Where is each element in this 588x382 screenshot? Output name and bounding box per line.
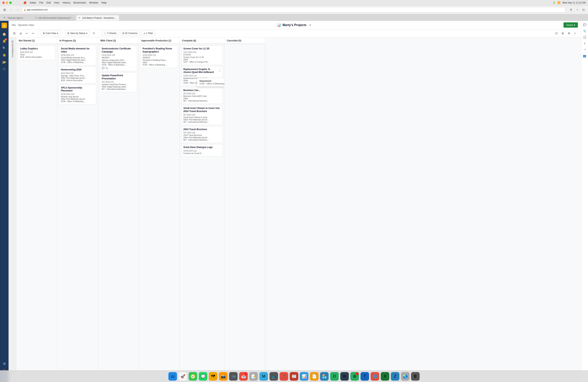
share-button[interactable]: Share ▾ bbox=[564, 22, 578, 28]
dock-zoom[interactable]: Z bbox=[391, 372, 399, 381]
card-screen-cover[interactable]: Screen Cover for LC-25 OCP-2024-101 07/2… bbox=[181, 45, 223, 65]
right-panel-contacts-icon[interactable]: 👥 bbox=[582, 53, 587, 58]
right-panel-comments-icon[interactable]: 💬 bbox=[582, 22, 587, 27]
menu-file[interactable]: File bbox=[39, 1, 43, 4]
new-tab-button[interactable]: + bbox=[575, 7, 580, 12]
dock-chrome[interactable]: 🌐 bbox=[371, 372, 379, 381]
dock-systemprefs[interactable]: ⚙2 bbox=[350, 372, 359, 381]
browser-toolbar: ⊞ ‹ › 🔒 app.smartsheet.com ⬆ + ⊡ bbox=[0, 5, 588, 14]
dock-photos[interactable]: 📷 bbox=[219, 372, 228, 381]
grid-display-button[interactable]: ⊞ bbox=[560, 31, 566, 36]
card-travel-brochure[interactable]: 2024 Travel Brochure INT-2024-105 2024 T… bbox=[181, 126, 223, 143]
dock-excel[interactable]: X bbox=[381, 372, 389, 381]
favorite-star-icon[interactable]: ☆ bbox=[309, 23, 311, 27]
minimize-button[interactable] bbox=[6, 1, 8, 4]
dock-numbers[interactable]: 📊 bbox=[300, 372, 308, 381]
menu-window[interactable]: Window bbox=[89, 1, 98, 4]
dock-messages[interactable]: 💬 bbox=[199, 372, 207, 381]
share-page-button[interactable]: ⬆ bbox=[568, 7, 574, 12]
dock-word[interactable]: W bbox=[340, 372, 349, 381]
card-field1: Social Media elements for v... bbox=[61, 57, 94, 59]
right-panel-attach-icon[interactable]: 📎 bbox=[582, 29, 587, 33]
dock-safari[interactable]: 🧭 bbox=[189, 372, 197, 381]
dock-chrome2[interactable]: 🌏 bbox=[401, 372, 410, 381]
menu-history[interactable]: History bbox=[63, 1, 70, 4]
card-lobby-graphics[interactable]: Lobby Graphics ALM-2024-101 Other ALM - … bbox=[18, 45, 55, 60]
sidebar-search-icon[interactable]: 🔍 bbox=[1, 45, 7, 51]
sidebar-right-button[interactable]: ⊡ bbox=[581, 7, 586, 12]
view-by-status-button[interactable]: ⊞ View by Status ▾ bbox=[65, 31, 89, 36]
dock-maps[interactable]: 🗺 bbox=[209, 372, 217, 381]
dock-pages[interactable]: 📄 bbox=[310, 372, 318, 381]
dock-calendar[interactable]: 📅11 bbox=[239, 372, 248, 381]
dock-launchpad[interactable]: 🚀 bbox=[178, 372, 187, 381]
card-semiconductor[interactable]: Semiconductor Certificate Campaign OCM-2… bbox=[100, 45, 137, 71]
dock-music[interactable]: 🎵 bbox=[280, 372, 288, 381]
expand-button[interactable]: ⤢ bbox=[572, 31, 578, 36]
tab-pearson[interactable]: P Pearson Sign In bbox=[1, 15, 33, 21]
sidebar-toggle-button[interactable]: ⊞ bbox=[2, 7, 7, 12]
card-menu-button[interactable]: ⋮ bbox=[219, 67, 221, 71]
macos-menus[interactable]: 🍎 Safari File Edit View History Bookmark… bbox=[23, 1, 106, 4]
dock-appletv[interactable]: 📺 bbox=[270, 372, 278, 381]
dock-appstore[interactable]: 🏪 bbox=[320, 372, 329, 381]
card-homecoming[interactable]: Homecoming 2024 ALM-2024-102 Signage, Ta… bbox=[59, 66, 96, 84]
card-social-media[interactable]: Social Media elements for video OCM-2024… bbox=[59, 45, 96, 65]
refresh-button[interactable]: ↺ bbox=[91, 31, 96, 36]
print-button[interactable]: 🖨 bbox=[18, 31, 23, 36]
card-great-dane[interactable]: Great Dane Dialogue Logo OCM-2024-122 Co… bbox=[181, 144, 223, 156]
columns-button[interactable]: ⊟ 52 Columns bbox=[120, 31, 140, 36]
settings-button[interactable]: ⚙ bbox=[566, 31, 572, 36]
undo-button[interactable]: ↩ bbox=[24, 31, 30, 36]
dock-outlook[interactable]: O bbox=[330, 372, 339, 381]
menu-safari[interactable]: Safari bbox=[30, 1, 36, 4]
sidebar-home-icon[interactable]: 🏠 bbox=[1, 31, 7, 37]
dock-facetime[interactable]: 📹 bbox=[229, 372, 238, 381]
filter-button[interactable]: ⊿ 1 Filter bbox=[141, 31, 155, 36]
tab-semi[interactable]: ✔ (16) Semiconductor Engineering Project… bbox=[33, 15, 76, 21]
sidebar-add-icon[interactable]: ➕ bbox=[1, 66, 7, 72]
menu-help[interactable]: Help bbox=[101, 1, 106, 4]
sheets-button[interactable]: 📄 5 Sheets bbox=[101, 31, 118, 36]
menu-edit[interactable]: Edit bbox=[46, 1, 51, 4]
sidebar-favorites-icon[interactable]: ⭐ bbox=[1, 52, 7, 58]
right-panel-info-icon[interactable]: ℹ bbox=[582, 41, 587, 46]
card-view-button[interactable]: ⊞ Card View ▾ bbox=[41, 31, 60, 36]
browser-actions[interactable]: ⬆ + ⊡ bbox=[568, 7, 586, 12]
comment-icon[interactable]: 💬 bbox=[102, 67, 105, 69]
redo-button[interactable]: ↪ bbox=[30, 31, 36, 36]
dynamic-view-menu[interactable]: Dynamic View bbox=[18, 23, 34, 26]
back-button[interactable]: ‹ bbox=[9, 7, 14, 12]
sidebar-notifications-icon[interactable]: 🔔 2 bbox=[1, 38, 7, 44]
close-button[interactable] bbox=[2, 1, 5, 4]
card-replacement-graphic[interactable]: ⋮ Replacement Graphic fo Alumni Quad Min… bbox=[181, 66, 223, 86]
dock-miro[interactable]: M bbox=[259, 372, 268, 381]
dock-news[interactable]: 📰 bbox=[290, 372, 298, 381]
card-small-insert[interactable]: Small Insert Sheets to insert into 2024 … bbox=[181, 105, 223, 125]
maximize-button[interactable] bbox=[9, 1, 12, 4]
card-powerpoint[interactable]: Update PowerPoint Presentation INT-2024-… bbox=[100, 72, 137, 92]
menu-bookmarks[interactable]: Bookmarks bbox=[74, 1, 86, 4]
card-field1: Other bbox=[20, 54, 53, 56]
menu-apple[interactable]: 🍎 bbox=[23, 1, 26, 4]
dock-notes[interactable]: 📝 bbox=[249, 372, 258, 381]
file-menu[interactable]: File bbox=[12, 23, 16, 26]
card-aplu[interactable]: APLU Sponsorship Placement OCM-2024-129 … bbox=[59, 85, 96, 105]
menu-view[interactable]: View bbox=[54, 1, 59, 4]
tab-marty[interactable]: ✔ (16) Marty's Projects - Smartsheet.com bbox=[76, 15, 119, 21]
grid-view-button[interactable]: ⊞ bbox=[12, 31, 17, 36]
sidebar-browse-icon[interactable]: 📂 bbox=[1, 59, 7, 65]
dock-teams[interactable]: T bbox=[360, 372, 369, 381]
card-presidents-reading[interactable]: President's Reading Room Supergraphics O… bbox=[140, 45, 178, 68]
address-bar[interactable]: 🔒 app.smartsheet.com bbox=[22, 7, 566, 12]
traffic-lights[interactable] bbox=[2, 1, 12, 4]
minimize-panel-button[interactable]: ⊡ bbox=[554, 31, 559, 36]
card-business-card[interactable]: Business Car... INT-2024-102 Business Ca… bbox=[181, 87, 223, 104]
attach-icon[interactable]: 📎 bbox=[105, 67, 108, 69]
sidebar-apps-icon[interactable]: ⊞ bbox=[1, 361, 7, 367]
dock-trash[interactable]: 🗑 bbox=[411, 372, 420, 381]
dock-finder[interactable]: 🗂 bbox=[168, 372, 177, 381]
right-panel-history-icon[interactable]: 📋 bbox=[582, 35, 587, 40]
right-panel-share-icon[interactable]: ↗ bbox=[582, 47, 587, 52]
forward-button[interactable]: › bbox=[15, 7, 20, 12]
